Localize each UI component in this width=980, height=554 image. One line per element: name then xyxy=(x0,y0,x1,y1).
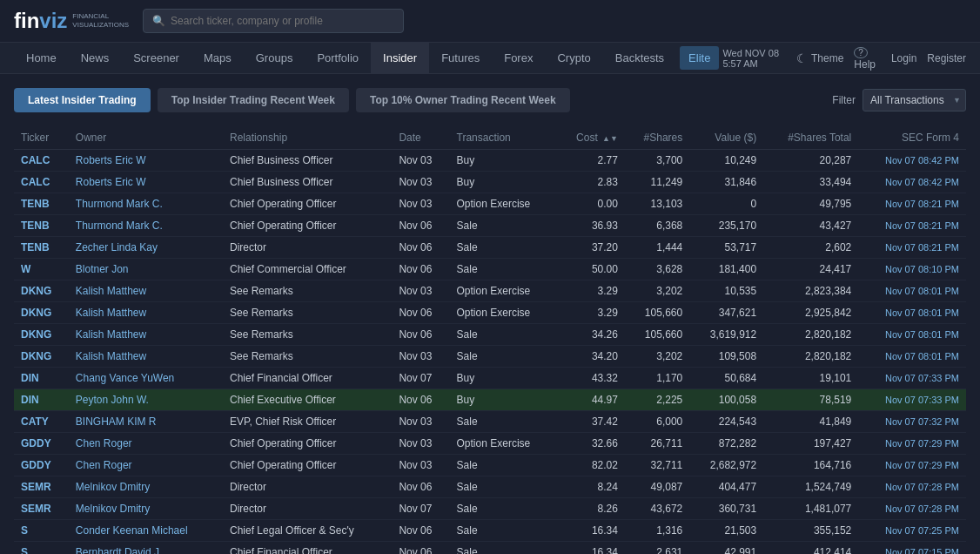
ticker-link[interactable]: TENB xyxy=(21,198,50,210)
nav-right: Wed NOV 08 5:57 AM ☾ Theme ? Help Login … xyxy=(722,46,966,71)
register-link[interactable]: Register xyxy=(927,52,966,64)
sec-link[interactable]: Nov 07 08:21 PM xyxy=(885,242,959,253)
nav-home[interactable]: Home xyxy=(14,43,69,73)
table-body: CALC Roberts Eric W Chief Business Offic… xyxy=(14,150,966,555)
sec-link[interactable]: Nov 07 08:42 PM xyxy=(885,155,959,166)
owner-link[interactable]: BINGHAM KIM R xyxy=(76,416,157,428)
cell-shares-total: 78,519 xyxy=(763,389,858,411)
ticker-link[interactable]: DKNG xyxy=(21,350,51,362)
help-link[interactable]: ? Help xyxy=(854,46,881,71)
filter-select[interactable]: All Transactions Buy Sale Option Exercis… xyxy=(863,89,966,111)
cell-value: 50,684 xyxy=(689,368,763,389)
cell-value: 404,477 xyxy=(689,476,763,498)
cell-transaction: Buy xyxy=(450,368,557,389)
sec-link[interactable]: Nov 07 08:42 PM xyxy=(885,177,959,187)
ticker-link[interactable]: DIN xyxy=(21,394,39,406)
owner-link[interactable]: Chang Vance YuWen xyxy=(76,372,174,384)
ticker-link[interactable]: SEMR xyxy=(21,503,51,515)
nav-news[interactable]: News xyxy=(69,43,122,73)
sec-link[interactable]: Nov 07 07:28 PM xyxy=(885,503,959,514)
owner-link[interactable]: Peyton John W. xyxy=(76,394,149,406)
table-row: SEMR Melnikov Dmitry Director Nov 07 Sal… xyxy=(14,498,966,520)
tab-top-insider-week[interactable]: Top Insider Trading Recent Week xyxy=(158,88,349,112)
sec-link[interactable]: Nov 07 07:33 PM xyxy=(885,373,959,383)
tab-latest-insider[interactable]: Latest Insider Trading xyxy=(14,88,151,112)
sec-link[interactable]: Nov 07 08:01 PM xyxy=(885,329,959,340)
owner-link[interactable]: Thurmond Mark C. xyxy=(76,198,163,210)
sec-link[interactable]: Nov 07 07:28 PM xyxy=(885,482,959,492)
cell-owner: Chen Roger xyxy=(69,433,223,455)
sec-link[interactable]: Nov 07 08:10 PM xyxy=(885,264,959,274)
ticker-link[interactable]: GDDY xyxy=(21,437,51,449)
nav-backtests[interactable]: Backtests xyxy=(603,43,676,73)
owner-link[interactable]: Chen Roger xyxy=(76,437,132,449)
sec-link[interactable]: Nov 07 08:21 PM xyxy=(885,220,959,231)
cell-transaction: Sale xyxy=(450,237,557,259)
owner-link[interactable]: Thurmond Mark C. xyxy=(76,220,163,232)
cell-cost: 16.34 xyxy=(557,542,625,555)
search-box[interactable]: 🔍 xyxy=(143,9,404,33)
theme-toggle[interactable]: ☾ Theme xyxy=(796,51,843,65)
ticker-link[interactable]: SEMR xyxy=(21,481,51,493)
sec-link[interactable]: Nov 07 08:01 PM xyxy=(885,351,959,361)
sec-link[interactable]: Nov 07 07:29 PM xyxy=(885,460,959,470)
owner-link[interactable]: Conder Keenan Michael xyxy=(76,524,188,537)
ticker-link[interactable]: GDDY xyxy=(21,459,51,471)
nav-crypto[interactable]: Crypto xyxy=(545,43,602,73)
owner-link[interactable]: Kalish Matthew xyxy=(76,285,146,297)
sec-link[interactable]: Nov 07 08:01 PM xyxy=(885,286,959,296)
ticker-link[interactable]: CATY xyxy=(21,416,49,428)
nav-insider[interactable]: Insider xyxy=(371,43,429,73)
sec-link[interactable]: Nov 07 07:32 PM xyxy=(885,416,959,427)
owner-link[interactable]: Blotner Jon xyxy=(76,263,129,275)
ticker-link[interactable]: TENB xyxy=(21,220,50,232)
col-header-cost[interactable]: Cost ▲▼ xyxy=(557,126,625,150)
owner-link[interactable]: Roberts Eric W xyxy=(76,176,146,188)
login-link[interactable]: Login xyxy=(891,52,916,64)
owner-link[interactable]: Chen Roger xyxy=(76,459,132,471)
cell-shares-total: 2,925,842 xyxy=(763,302,858,324)
nav-elite[interactable]: Elite xyxy=(680,46,719,70)
sec-link[interactable]: Nov 07 07:29 PM xyxy=(885,438,959,449)
ticker-link[interactable]: W xyxy=(21,263,30,275)
sec-link[interactable]: Nov 07 07:33 PM xyxy=(885,395,959,405)
owner-link[interactable]: Bernhardt David J. xyxy=(76,546,162,554)
cell-cost: 34.20 xyxy=(557,346,625,368)
cell-owner: Thurmond Mark C. xyxy=(69,193,223,215)
nav-portfolio[interactable]: Portfolio xyxy=(305,43,371,73)
ticker-link[interactable]: S xyxy=(21,546,28,554)
sec-link[interactable]: Nov 07 08:01 PM xyxy=(885,307,959,318)
nav-forex[interactable]: Forex xyxy=(492,43,545,73)
nav-groups[interactable]: Groups xyxy=(244,43,305,73)
cell-ticker: S xyxy=(14,520,69,542)
col-header-sec: SEC Form 4 xyxy=(858,126,966,150)
cell-cost: 2.77 xyxy=(557,150,625,172)
sec-link[interactable]: Nov 07 08:21 PM xyxy=(885,199,959,209)
owner-link[interactable]: Roberts Eric W xyxy=(76,154,146,166)
theme-label[interactable]: Theme xyxy=(811,52,843,64)
ticker-link[interactable]: DKNG xyxy=(21,307,51,319)
owner-link[interactable]: Kalish Matthew xyxy=(76,307,146,319)
search-input[interactable] xyxy=(171,15,394,27)
cell-owner: Peyton John W. xyxy=(69,389,223,411)
ticker-link[interactable]: DKNG xyxy=(21,328,51,341)
owner-link[interactable]: Kalish Matthew xyxy=(76,328,146,341)
sec-link[interactable]: Nov 07 07:25 PM xyxy=(885,525,959,536)
nav-screener[interactable]: Screener xyxy=(121,43,191,73)
ticker-link[interactable]: CALC xyxy=(21,176,50,188)
owner-link[interactable]: Melnikov Dmitry xyxy=(76,481,150,493)
filter-select-wrap[interactable]: All Transactions Buy Sale Option Exercis… xyxy=(863,89,966,111)
ticker-link[interactable]: TENB xyxy=(21,241,50,253)
ticker-link[interactable]: DKNG xyxy=(21,285,51,297)
nav-futures[interactable]: Futures xyxy=(429,43,492,73)
cell-owner: Kalish Matthew xyxy=(69,324,223,346)
nav-maps[interactable]: Maps xyxy=(191,43,244,73)
ticker-link[interactable]: S xyxy=(21,524,28,537)
ticker-link[interactable]: CALC xyxy=(21,154,50,166)
ticker-link[interactable]: DIN xyxy=(21,372,39,384)
owner-link[interactable]: Melnikov Dmitry xyxy=(76,503,150,515)
owner-link[interactable]: Zecher Linda Kay xyxy=(76,241,158,253)
sec-link[interactable]: Nov 07 07:15 PM xyxy=(885,547,959,554)
owner-link[interactable]: Kalish Matthew xyxy=(76,350,146,362)
tab-top-10pct-owner[interactable]: Top 10% Owner Trading Recent Week xyxy=(356,88,570,112)
